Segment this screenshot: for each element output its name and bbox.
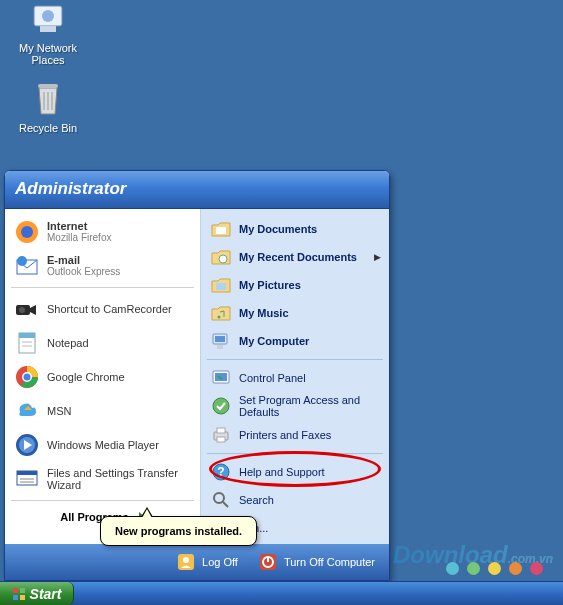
svg-text:?: ? [217, 465, 224, 479]
folder-documents-icon [209, 217, 233, 241]
separator [11, 287, 194, 288]
email-item[interactable]: E-mailOutlook Express [9, 249, 196, 283]
desktop-icon-my-network-places[interactable]: My Network Places [8, 0, 88, 66]
msn-item[interactable]: MSN [9, 394, 196, 428]
computer-icon [209, 329, 233, 353]
svg-rect-2 [40, 26, 56, 32]
svg-rect-26 [216, 227, 226, 234]
windows-logo-icon [12, 587, 26, 601]
recycle-bin-icon [8, 78, 88, 120]
svg-rect-50 [13, 588, 18, 593]
desktop-icon-label: Recycle Bin [8, 122, 88, 134]
svg-point-41 [214, 493, 224, 503]
folder-recent-icon [209, 245, 233, 269]
svg-rect-14 [19, 333, 35, 338]
desktop-icon-recycle-bin[interactable]: Recycle Bin [8, 78, 88, 134]
svg-point-29 [218, 315, 221, 318]
username-label: Administrator [15, 179, 126, 199]
svg-point-1 [42, 10, 54, 22]
folder-music-icon [209, 301, 233, 325]
help-support-item[interactable]: ? Help and Support [205, 458, 385, 486]
submenu-arrow-icon: ▶ [374, 252, 381, 262]
search-icon [209, 488, 233, 512]
svg-point-27 [219, 255, 227, 263]
svg-point-12 [19, 307, 25, 313]
svg-rect-32 [217, 345, 223, 349]
transfer-wizard-icon [13, 465, 41, 493]
svg-rect-3 [38, 84, 58, 88]
svg-point-35 [213, 398, 229, 414]
svg-point-19 [24, 373, 31, 380]
printers-faxes-item[interactable]: Printers and Faxes [205, 421, 385, 449]
chrome-icon [13, 363, 41, 391]
svg-rect-53 [20, 595, 25, 600]
printer-icon [209, 423, 233, 447]
svg-line-42 [223, 502, 228, 507]
start-menu-left-pane: InternetMozilla Firefox E-mailOutlook Ex… [5, 209, 200, 544]
start-menu: Administrator InternetMozilla Firefox E-… [4, 170, 390, 581]
control-panel-icon [209, 366, 233, 390]
desktop-icon-label: My Network Places [8, 42, 88, 66]
new-programs-tooltip: New programs installed. [100, 516, 257, 546]
search-item[interactable]: Search [205, 486, 385, 514]
outlook-express-icon [13, 252, 41, 280]
my-documents-item[interactable]: My Documents [205, 215, 385, 243]
camrecorder-item[interactable]: Shortcut to CamRecorder [9, 292, 196, 326]
svg-rect-51 [20, 588, 25, 593]
svg-point-10 [17, 256, 27, 266]
turnoff-button[interactable]: Turn Off Computer [258, 552, 375, 572]
svg-point-46 [183, 557, 189, 563]
start-menu-header: Administrator [5, 171, 389, 209]
program-access-icon [209, 394, 233, 418]
svg-rect-38 [217, 437, 225, 442]
wmp-item[interactable]: Windows Media Player [9, 428, 196, 462]
svg-point-8 [21, 226, 33, 238]
logoff-icon [176, 552, 196, 572]
start-menu-right-pane: My Documents My Recent Documents ▶ My Pi… [200, 209, 389, 544]
power-icon [258, 552, 278, 572]
svg-rect-23 [17, 471, 37, 475]
internet-item[interactable]: InternetMozilla Firefox [9, 215, 196, 249]
media-player-icon [13, 431, 41, 459]
logoff-button[interactable]: Log Off [176, 552, 238, 572]
msn-icon [13, 397, 41, 425]
svg-rect-31 [215, 336, 225, 342]
camrecorder-icon [13, 295, 41, 323]
separator [11, 500, 194, 501]
program-access-item[interactable]: Set Program Access and Defaults [205, 392, 385, 421]
my-music-item[interactable]: My Music [205, 299, 385, 327]
taskbar: Start [0, 581, 563, 605]
my-computer-item[interactable]: My Computer [205, 327, 385, 355]
fstw-item[interactable]: Files and Settings Transfer Wizard [9, 462, 196, 496]
network-places-icon [8, 0, 88, 40]
chrome-item[interactable]: Google Chrome [9, 360, 196, 394]
help-icon: ? [209, 460, 233, 484]
separator [207, 453, 383, 454]
notepad-icon [13, 329, 41, 357]
firefox-icon [13, 218, 41, 246]
my-pictures-item[interactable]: My Pictures [205, 271, 385, 299]
svg-rect-52 [13, 595, 18, 600]
svg-rect-28 [216, 283, 226, 290]
control-panel-item[interactable]: Control Panel [205, 364, 385, 392]
separator [207, 359, 383, 360]
svg-rect-37 [217, 428, 225, 433]
my-recent-docs-item[interactable]: My Recent Documents ▶ [205, 243, 385, 271]
folder-pictures-icon [209, 273, 233, 297]
start-menu-footer: Log Off Turn Off Computer [5, 544, 389, 580]
notepad-item[interactable]: Notepad [9, 326, 196, 360]
start-button[interactable]: Start [0, 582, 74, 605]
